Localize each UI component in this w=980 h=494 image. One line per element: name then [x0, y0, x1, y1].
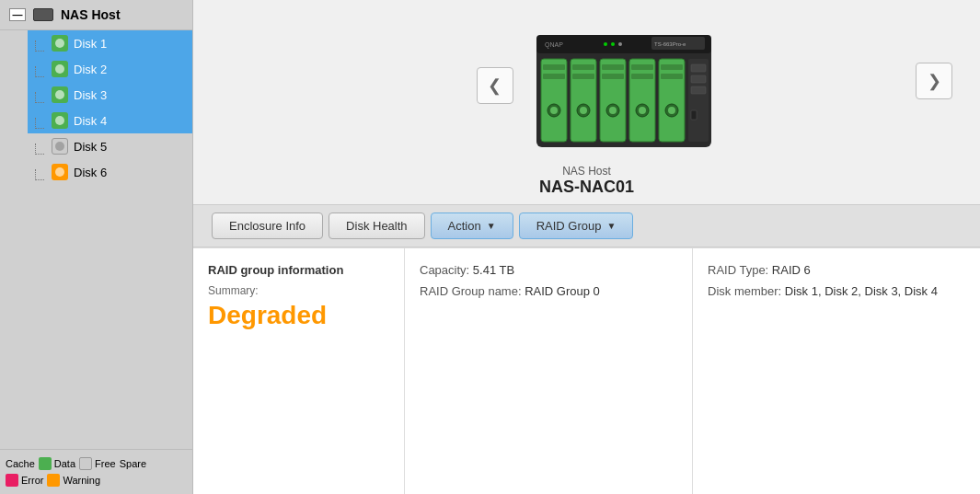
svg-rect-15 [572, 74, 594, 79]
disk4-label: Disk 4 [74, 114, 107, 128]
svg-text:TS-663Pro-e: TS-663Pro-e [654, 41, 686, 47]
info-section: RAID group information Summary: Degraded… [193, 247, 980, 494]
svg-text:QNAP: QNAP [545, 41, 563, 49]
data-label: Data [54, 458, 75, 469]
tab-action[interactable]: Action ▼ [431, 213, 513, 239]
svg-point-4 [611, 42, 615, 46]
summary-label: Summary: [208, 284, 389, 297]
error-color-icon [6, 474, 18, 487]
disk1-label: Disk 1 [74, 37, 107, 51]
tree-connector [35, 92, 44, 103]
device-display: QNAP TS-663Pro-e [532, 18, 716, 152]
svg-rect-19 [602, 64, 624, 70]
tree-connector [35, 40, 44, 52]
sidebar-item-disk5[interactable]: Disk 5 [28, 133, 192, 159]
capacity-value: 5.41 TB [473, 263, 514, 277]
tree-connector [35, 144, 44, 155]
tree-connector [35, 118, 44, 129]
svg-rect-30 [661, 74, 683, 79]
svg-rect-34 [691, 64, 706, 72]
next-nav-button[interactable]: ❯ [916, 63, 952, 99]
sidebar-legend: Cache Data Free Spare Error Warning [0, 449, 192, 494]
spare-label: Spare [120, 458, 146, 469]
svg-rect-9 [543, 64, 565, 70]
svg-rect-25 [631, 74, 653, 79]
disk-member-label: Disk member: [708, 284, 781, 298]
free-color-icon [79, 457, 92, 470]
data-color-icon [39, 457, 52, 470]
raid-group-name-row: RAID Group name: RAID Group 0 [420, 284, 677, 298]
tabs-bar: Enclosure Info Disk Health Action ▼ RAID… [193, 204, 980, 247]
tab-raid-group[interactable]: RAID Group ▼ [519, 213, 634, 239]
info-section-title: RAID group information [208, 263, 389, 277]
capacity-row: Capacity: 5.41 TB [420, 263, 677, 277]
tab-disk-health[interactable]: Disk Health [329, 213, 424, 239]
nas-device-image: QNAP TS-663Pro-e [532, 18, 716, 152]
tree-connector [35, 169, 44, 180]
tree-connector [35, 66, 44, 77]
sidebar-item-disk4[interactable]: Disk 4 [28, 108, 192, 133]
sidebar-item-disk6[interactable]: Disk 6 [28, 159, 192, 185]
disk4-icon [52, 112, 68, 129]
svg-rect-28 [659, 59, 685, 142]
svg-rect-23 [629, 59, 655, 142]
device-type-label: NAS Host [193, 165, 980, 178]
prev-nav-button[interactable]: ❮ [477, 67, 513, 104]
legend-free: Free [79, 457, 116, 470]
svg-rect-13 [571, 59, 596, 142]
collapse-icon[interactable]: — [9, 8, 26, 21]
info-mid-panel: Capacity: 5.41 TB RAID Group name: RAID … [405, 248, 693, 494]
disk-member-value: Disk 1, Disk 2, Disk 3, Disk 4 [785, 284, 938, 298]
raid-group-name-label: RAID Group name: [420, 284, 522, 298]
server-icon [33, 8, 53, 21]
raid-group-name-value: RAID Group 0 [525, 284, 600, 298]
disk3-icon [52, 86, 68, 103]
svg-rect-18 [600, 59, 626, 142]
svg-rect-36 [691, 86, 706, 94]
disk2-icon [52, 61, 68, 77]
sidebar-item-disk2[interactable]: Disk 2 [28, 56, 192, 82]
raid-group-tab-label: RAID Group [536, 219, 602, 233]
disk6-icon [52, 164, 68, 180]
disk1-icon [52, 35, 68, 52]
sidebar: — NAS Host Disk 1 Disk 2 Disk 3 Disk 4 [0, 0, 193, 494]
info-right-panel: RAID Type: RAID 6 Disk member: Disk 1, D… [693, 248, 980, 494]
raid-type-value: RAID 6 [772, 263, 811, 277]
sidebar-title: NAS Host [61, 7, 121, 22]
action-tab-label: Action [448, 219, 481, 233]
raid-type-row: RAID Type: RAID 6 [708, 263, 965, 277]
disk-member-row: Disk member: Disk 1, Disk 2, Disk 3, Dis… [708, 284, 965, 298]
sidebar-item-disk1[interactable]: Disk 1 [28, 30, 192, 56]
legend-warning: Warning [47, 474, 100, 487]
error-label: Error [21, 475, 43, 486]
raid-type-label: RAID Type: [708, 263, 768, 277]
device-section: ❮ QNAP TS-663Pro-e [193, 0, 980, 161]
legend-spare: Spare [120, 457, 146, 470]
svg-point-27 [639, 107, 646, 114]
svg-point-5 [618, 42, 622, 46]
svg-rect-35 [691, 75, 706, 83]
svg-rect-20 [602, 74, 624, 79]
svg-rect-8 [541, 59, 567, 142]
disk6-label: Disk 6 [74, 166, 107, 179]
main-content: ❮ QNAP TS-663Pro-e [193, 0, 980, 494]
chevron-right-icon: ❯ [928, 71, 941, 91]
legend-cache: Cache [6, 457, 35, 470]
svg-rect-10 [543, 74, 565, 79]
svg-rect-24 [631, 64, 653, 70]
disk-list: Disk 1 Disk 2 Disk 3 Disk 4 Disk 5 [0, 30, 192, 449]
cache-label: Cache [6, 458, 35, 469]
capacity-label: Capacity: [420, 263, 469, 277]
tab-enclosure-info[interactable]: Enclosure Info [212, 213, 323, 239]
warning-label: Warning [63, 475, 100, 486]
svg-point-3 [604, 42, 607, 46]
free-label: Free [95, 458, 116, 469]
svg-rect-14 [572, 64, 594, 70]
legend-error: Error [6, 474, 43, 487]
warning-color-icon [47, 474, 60, 487]
device-info: NAS Host NAS-NAC01 [193, 161, 980, 204]
raid-dropdown-arrow-icon: ▼ [606, 221, 616, 231]
device-name: NAS-NAC01 [193, 178, 980, 197]
sidebar-item-disk3[interactable]: Disk 3 [28, 82, 192, 108]
svg-point-17 [580, 107, 587, 114]
